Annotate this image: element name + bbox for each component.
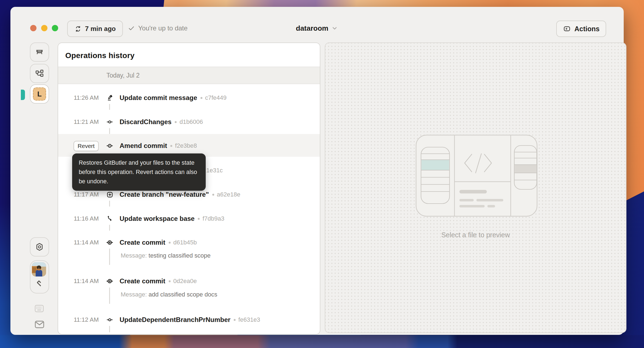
amend-icon (104, 142, 115, 150)
branch-plus-icon (104, 191, 115, 198)
operation-time: 11:26 AM (58, 94, 99, 101)
operation-title: Amend commit (120, 142, 167, 150)
date-group-header: Today, Jul 2 (58, 67, 320, 84)
operation-hash: f7db9a3 (202, 215, 224, 222)
workbench-icon (35, 47, 44, 57)
active-project-indicator (21, 90, 25, 100)
bullet-dot (234, 319, 236, 321)
edit-icon (104, 94, 115, 102)
operation-time: 11:16 AM (58, 215, 99, 222)
revert-tooltip: Restores GitButler and your files to the… (72, 153, 206, 191)
actions-button[interactable]: Actions (556, 21, 606, 37)
actions-label: Actions (574, 25, 600, 33)
preview-placeholder: Select a file to preview (325, 231, 626, 239)
operation-row[interactable]: 11:16 AM Update workspace base f7db9a3 (58, 210, 320, 227)
operation-hash-partial: 1e31c (206, 167, 223, 174)
operation-row[interactable]: 11:12 AM UpdateDependentBranchPrNumber f… (58, 312, 320, 328)
chevron-updown-icon[interactable] (35, 279, 43, 287)
operation-time: 11:14 AM (58, 278, 99, 285)
desktop: 7 min ago You're up to date dataroom (0, 0, 644, 348)
operation-time: 11:17 AM (58, 191, 99, 198)
timeline-connector (109, 225, 110, 231)
operation-time: 11:14 AM (58, 239, 99, 246)
operation-title: Update workspace base (120, 215, 194, 223)
bullet-dot (170, 145, 172, 147)
file-preview-illustration (416, 135, 538, 217)
bullet-dot (198, 218, 200, 220)
operation-title: Update commit message (120, 94, 197, 102)
commit-icon (104, 316, 115, 324)
sparkle-box-icon (563, 25, 571, 33)
bullet-dot (175, 121, 177, 123)
wallpaper-bottom-stripes (0, 335, 644, 348)
gitbutler-window: 7 min ago You're up to date dataroom (10, 7, 624, 335)
operations-history-panel: Operations history Today, Jul 2 11:26 AM… (58, 42, 320, 335)
bullet-dot (200, 97, 202, 99)
operation-title: Create commit (120, 239, 165, 246)
bullet-dot (212, 194, 214, 196)
operation-time: 11:12 AM (58, 316, 99, 323)
revert-button[interactable]: Revert (74, 141, 99, 151)
operation-title: Create commit (120, 277, 165, 285)
project-avatar: L (33, 87, 46, 101)
bullet-dot (169, 280, 171, 282)
panel-title: Operations history (65, 51, 135, 60)
project-name: dataroom (296, 24, 328, 33)
operation-hash: d1b6006 (179, 118, 203, 125)
commit-icon (104, 118, 115, 126)
user-avatar[interactable] (32, 262, 46, 276)
operation-hash: a62e18e (217, 191, 241, 198)
operation-hash: 0d2ea0e (173, 278, 197, 285)
operation-hash: c7fe449 (205, 94, 227, 101)
sidebar-item-branches[interactable] (30, 64, 49, 83)
mail-feedback-button[interactable] (35, 320, 44, 329)
operation-time: 11:21 AM (58, 118, 99, 125)
operation-title: Create branch "new-feature" (120, 191, 209, 198)
commit-message: Message: testing classified scope (121, 252, 211, 259)
sidebar-item-workspace[interactable] (30, 42, 49, 62)
timeline-connector (109, 249, 110, 265)
commit-plus-icon (104, 239, 115, 246)
timeline-connector (109, 201, 110, 207)
bullet-dot (169, 242, 171, 244)
operation-title: DiscardChanges (120, 118, 171, 126)
keyboard-shortcuts-button[interactable] (35, 304, 44, 313)
update-base-icon (104, 215, 115, 222)
operation-hash: fe631e3 (238, 316, 260, 323)
file-preview-panel: Select a file to preview (325, 42, 626, 333)
timeline-connector (109, 287, 110, 304)
project-selector[interactable]: dataroom (10, 21, 624, 36)
operation-hash: d61b45b (173, 239, 197, 246)
sidebar-item-project-dataroom[interactable]: L (30, 84, 49, 104)
chevron-down-icon (331, 25, 338, 32)
operation-row[interactable]: 11:14 AM Create commit 0d2ea0e (58, 273, 320, 289)
sidebar-item-settings[interactable] (30, 237, 49, 256)
commit-message: Message: add classified scope docs (121, 291, 217, 298)
operation-row[interactable]: 11:21 AM DiscardChanges d1b6006 (58, 114, 320, 130)
timeline-connector (109, 104, 110, 110)
operation-title: UpdateDependentBranchPrNumber (120, 316, 230, 324)
operation-row[interactable]: 11:26 AM Update commit message c7fe449 (58, 90, 320, 106)
operation-row[interactable]: 11:14 AM Create commit d61b45b (58, 234, 320, 251)
branch-graph-icon (35, 69, 44, 78)
operation-hash: f2e3be8 (175, 142, 197, 149)
gear-icon (35, 242, 44, 252)
timeline-connector (109, 128, 110, 134)
commit-plus-icon (104, 277, 115, 285)
timeline-connector (109, 326, 110, 332)
